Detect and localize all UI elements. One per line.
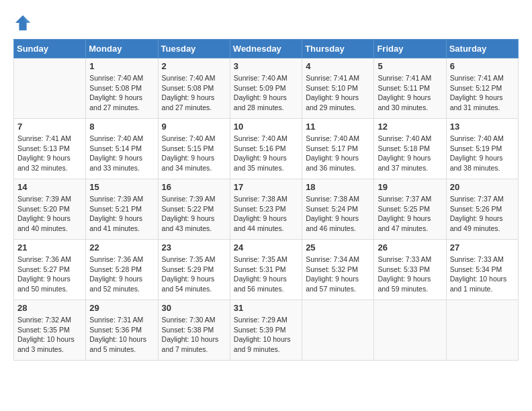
header-row: SundayMondayTuesdayWednesdayThursdayFrid… <box>14 40 519 58</box>
day-cell: 21Sunrise: 7:36 AM Sunset: 5:27 PM Dayli… <box>14 240 86 300</box>
day-number: 27 <box>450 242 515 253</box>
day-number: 15 <box>89 182 154 192</box>
day-cell: 29Sunrise: 7:31 AM Sunset: 5:36 PM Dayli… <box>86 300 158 361</box>
day-content: Sunrise: 7:40 AM Sunset: 5:09 PM Dayligh… <box>234 73 298 113</box>
day-number: 1 <box>89 61 154 71</box>
day-content: Sunrise: 7:38 AM Sunset: 5:23 PM Dayligh… <box>234 194 298 234</box>
day-cell: 10Sunrise: 7:40 AM Sunset: 5:16 PM Dayli… <box>230 119 302 179</box>
day-cell: 26Sunrise: 7:33 AM Sunset: 5:33 PM Dayli… <box>374 240 446 300</box>
day-content: Sunrise: 7:33 AM Sunset: 5:34 PM Dayligh… <box>450 255 515 294</box>
day-number: 16 <box>162 182 226 192</box>
day-cell: 20Sunrise: 7:37 AM Sunset: 5:26 PM Dayli… <box>446 179 518 240</box>
day-cell: 31Sunrise: 7:29 AM Sunset: 5:39 PM Dayli… <box>230 300 302 361</box>
day-content: Sunrise: 7:40 AM Sunset: 5:08 PM Dayligh… <box>89 73 154 113</box>
day-cell: 16Sunrise: 7:39 AM Sunset: 5:22 PM Dayli… <box>158 179 230 240</box>
day-content: Sunrise: 7:41 AM Sunset: 5:13 PM Dayligh… <box>17 134 82 173</box>
day-cell: 7Sunrise: 7:41 AM Sunset: 5:13 PM Daylig… <box>14 119 86 179</box>
header-cell-saturday: Saturday <box>446 40 518 58</box>
day-content: Sunrise: 7:40 AM Sunset: 5:16 PM Dayligh… <box>234 134 298 173</box>
day-content: Sunrise: 7:40 AM Sunset: 5:08 PM Dayligh… <box>162 73 226 113</box>
day-cell <box>302 300 374 361</box>
day-cell: 15Sunrise: 7:39 AM Sunset: 5:21 PM Dayli… <box>86 179 158 240</box>
page-header <box>13 13 519 32</box>
day-cell: 23Sunrise: 7:35 AM Sunset: 5:29 PM Dayli… <box>158 240 230 300</box>
day-cell: 27Sunrise: 7:33 AM Sunset: 5:34 PM Dayli… <box>446 240 518 300</box>
day-number: 17 <box>234 182 298 192</box>
day-cell: 18Sunrise: 7:38 AM Sunset: 5:24 PM Dayli… <box>302 179 374 240</box>
day-number: 6 <box>450 61 515 71</box>
day-content: Sunrise: 7:35 AM Sunset: 5:31 PM Dayligh… <box>234 255 298 294</box>
day-cell: 19Sunrise: 7:37 AM Sunset: 5:25 PM Dayli… <box>374 179 446 240</box>
day-number: 14 <box>17 182 82 192</box>
day-number: 19 <box>378 182 442 192</box>
week-row-4: 28Sunrise: 7:32 AM Sunset: 5:35 PM Dayli… <box>14 300 519 361</box>
day-content: Sunrise: 7:38 AM Sunset: 5:24 PM Dayligh… <box>306 194 370 234</box>
day-number: 9 <box>162 122 226 132</box>
week-row-3: 21Sunrise: 7:36 AM Sunset: 5:27 PM Dayli… <box>14 240 519 300</box>
day-content: Sunrise: 7:31 AM Sunset: 5:36 PM Dayligh… <box>89 315 154 355</box>
day-number: 29 <box>89 303 154 313</box>
day-cell <box>374 300 446 361</box>
header-cell-friday: Friday <box>374 40 446 58</box>
day-content: Sunrise: 7:34 AM Sunset: 5:32 PM Dayligh… <box>306 255 370 294</box>
day-content: Sunrise: 7:39 AM Sunset: 5:20 PM Dayligh… <box>17 194 82 234</box>
day-cell: 28Sunrise: 7:32 AM Sunset: 5:35 PM Dayli… <box>14 300 86 361</box>
day-content: Sunrise: 7:30 AM Sunset: 5:38 PM Dayligh… <box>162 315 226 355</box>
day-number: 30 <box>162 303 226 313</box>
day-content: Sunrise: 7:41 AM Sunset: 5:12 PM Dayligh… <box>450 73 515 113</box>
calendar-body: 1Sunrise: 7:40 AM Sunset: 5:08 PM Daylig… <box>14 58 519 361</box>
calendar-header: SundayMondayTuesdayWednesdayThursdayFrid… <box>14 40 519 58</box>
logo-icon <box>13 13 32 32</box>
day-number: 5 <box>378 61 442 71</box>
day-cell: 14Sunrise: 7:39 AM Sunset: 5:20 PM Dayli… <box>14 179 86 240</box>
day-number: 31 <box>234 303 298 313</box>
week-row-2: 14Sunrise: 7:39 AM Sunset: 5:20 PM Dayli… <box>14 179 519 240</box>
logo <box>13 13 35 32</box>
day-content: Sunrise: 7:41 AM Sunset: 5:11 PM Dayligh… <box>378 73 442 113</box>
day-number: 24 <box>234 242 298 253</box>
day-number: 28 <box>17 303 82 313</box>
day-number: 7 <box>17 122 82 132</box>
day-content: Sunrise: 7:39 AM Sunset: 5:22 PM Dayligh… <box>162 194 226 234</box>
day-content: Sunrise: 7:37 AM Sunset: 5:25 PM Dayligh… <box>378 194 442 234</box>
day-cell: 3Sunrise: 7:40 AM Sunset: 5:09 PM Daylig… <box>230 58 302 119</box>
day-content: Sunrise: 7:41 AM Sunset: 5:10 PM Dayligh… <box>306 73 370 113</box>
day-number: 12 <box>378 122 442 132</box>
day-number: 23 <box>162 242 226 253</box>
day-content: Sunrise: 7:40 AM Sunset: 5:14 PM Dayligh… <box>89 134 154 173</box>
day-content: Sunrise: 7:36 AM Sunset: 5:28 PM Dayligh… <box>89 255 154 294</box>
day-cell: 8Sunrise: 7:40 AM Sunset: 5:14 PM Daylig… <box>86 119 158 179</box>
day-number: 22 <box>89 242 154 253</box>
header-cell-tuesday: Tuesday <box>158 40 230 58</box>
day-number: 25 <box>306 242 370 253</box>
day-cell: 2Sunrise: 7:40 AM Sunset: 5:08 PM Daylig… <box>158 58 230 119</box>
day-cell <box>446 300 518 361</box>
day-content: Sunrise: 7:33 AM Sunset: 5:33 PM Dayligh… <box>378 255 442 294</box>
header-cell-thursday: Thursday <box>302 40 374 58</box>
day-number: 4 <box>306 61 370 71</box>
day-content: Sunrise: 7:29 AM Sunset: 5:39 PM Dayligh… <box>234 315 298 355</box>
day-number: 18 <box>306 182 370 192</box>
day-cell: 4Sunrise: 7:41 AM Sunset: 5:10 PM Daylig… <box>302 58 374 119</box>
day-cell: 9Sunrise: 7:40 AM Sunset: 5:15 PM Daylig… <box>158 119 230 179</box>
day-cell: 5Sunrise: 7:41 AM Sunset: 5:11 PM Daylig… <box>374 58 446 119</box>
day-cell: 12Sunrise: 7:40 AM Sunset: 5:18 PM Dayli… <box>374 119 446 179</box>
week-row-0: 1Sunrise: 7:40 AM Sunset: 5:08 PM Daylig… <box>14 58 519 119</box>
calendar-table: SundayMondayTuesdayWednesdayThursdayFrid… <box>13 39 519 361</box>
day-content: Sunrise: 7:36 AM Sunset: 5:27 PM Dayligh… <box>17 255 82 294</box>
week-row-1: 7Sunrise: 7:41 AM Sunset: 5:13 PM Daylig… <box>14 119 519 179</box>
day-number: 11 <box>306 122 370 132</box>
day-content: Sunrise: 7:37 AM Sunset: 5:26 PM Dayligh… <box>450 194 515 234</box>
day-number: 20 <box>450 182 515 192</box>
day-number: 21 <box>17 242 82 253</box>
day-number: 3 <box>234 61 298 71</box>
day-number: 26 <box>378 242 442 253</box>
day-content: Sunrise: 7:40 AM Sunset: 5:19 PM Dayligh… <box>450 134 515 173</box>
day-cell: 22Sunrise: 7:36 AM Sunset: 5:28 PM Dayli… <box>86 240 158 300</box>
day-number: 2 <box>162 61 226 71</box>
header-cell-sunday: Sunday <box>14 40 86 58</box>
day-cell: 24Sunrise: 7:35 AM Sunset: 5:31 PM Dayli… <box>230 240 302 300</box>
day-cell: 6Sunrise: 7:41 AM Sunset: 5:12 PM Daylig… <box>446 58 518 119</box>
day-content: Sunrise: 7:40 AM Sunset: 5:18 PM Dayligh… <box>378 134 442 173</box>
day-cell: 30Sunrise: 7:30 AM Sunset: 5:38 PM Dayli… <box>158 300 230 361</box>
